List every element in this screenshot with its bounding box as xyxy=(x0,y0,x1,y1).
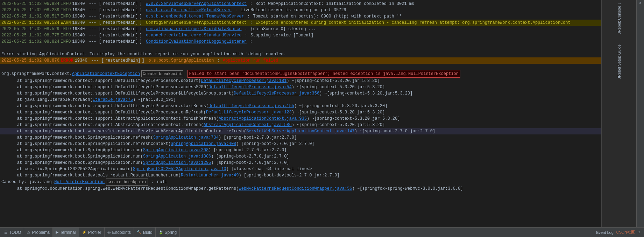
stack-link-12[interactable]: SpringApplication.java:1306 xyxy=(143,154,211,159)
class-6[interactable]: o.apache.catalina.core.StandardService xyxy=(146,32,242,39)
breakpoint-box-2[interactable]: Create breakpoint xyxy=(106,179,148,186)
error-class: o.s.boot.SpringApplication xyxy=(148,57,214,64)
jrebel-setup-label[interactable]: JRebel Setup Guide xyxy=(617,44,621,79)
bottom-right: Event Log CSDN社区 □ xyxy=(596,230,643,235)
stack-link-13[interactable]: SpringApplication.java:1295 xyxy=(143,160,211,165)
sep-4: --- [ xyxy=(86,20,101,26)
stack-link-0[interactable]: DefaultLifecycleProcessor.java:181 xyxy=(201,78,287,83)
log-line-2: 2022-05-25 11:02:08.289 INFO 19340 --- [… xyxy=(0,7,644,13)
stack-link-15[interactable]: RestartLauncher.java:49 xyxy=(181,173,239,178)
csdn-label[interactable]: CSDN社区 xyxy=(616,230,635,235)
stack-link-14[interactable]: SpringBoot20220522Application.java:10 xyxy=(133,167,226,172)
level-4: WARN xyxy=(61,20,71,26)
stack-14: at com.liu.SpringBoot20220522Application… xyxy=(0,166,644,172)
caused-prefix: Caused by: java.lang. xyxy=(1,179,54,185)
stack-link-7[interactable]: AbstractApplicationContext.java:586 xyxy=(204,123,292,127)
thread-2: restartedMain] xyxy=(103,7,138,13)
stack-link-10[interactable]: SpringApplication.java:408 xyxy=(171,141,236,146)
stack-suffix-3: ) ~[na:1.8.0_191] xyxy=(133,97,176,102)
tab-endpoints[interactable]: ◎ Endpoints xyxy=(105,228,134,237)
stack-1: at org.springframework.context.support.D… xyxy=(0,84,644,90)
tab-spring[interactable]: 🍃 Spring xyxy=(156,228,180,237)
level-3: INFO xyxy=(61,13,71,20)
stack-text-4: at org.springframework.context.support.D… xyxy=(17,104,208,109)
create-breakpoint-2[interactable]: Create breakpoint xyxy=(106,179,148,186)
class-2[interactable]: o.s.b.d.a.OptionalLiveReloadServer xyxy=(146,7,232,13)
sep-3: --- [ xyxy=(86,13,101,20)
stack-text-5: at org.springframework.context.support.D… xyxy=(17,110,206,115)
exception-line: org.springframework.context.ApplicationC… xyxy=(0,70,644,78)
stack-suffix-5: ) ~[spring-context-5.3.20.jar:5.3.20] xyxy=(292,110,385,115)
level-5: INFO xyxy=(61,26,71,32)
msg-4: Exception encountered during context ini… xyxy=(256,20,571,26)
pid-6: 19340 xyxy=(72,32,85,39)
build-icon: 🔨 xyxy=(137,230,142,235)
stack-link-8[interactable]: ServletWebServerApplicationContext.java:… xyxy=(246,129,355,134)
colon-2: : xyxy=(232,7,240,13)
exception-message: Failed to start bean 'documentationPlugi… xyxy=(187,70,461,78)
tab-build[interactable]: 🔨 Build xyxy=(134,228,156,237)
error-start-line: Error starting ApplicationContext. To di… xyxy=(0,51,644,57)
tab-terminal[interactable]: ▶ Terminal xyxy=(53,228,79,237)
cause-stack-link[interactable]: WebMvcPatternsRequestConditionWrapper.ja… xyxy=(239,186,352,191)
class-5[interactable]: com.alibaba.druid.pool.DruidDataSource xyxy=(146,26,242,32)
empty-line-1 xyxy=(0,45,644,51)
timestamp-3: 2022-05-25 11:02:08.517 xyxy=(1,13,59,20)
spring-icon: 🍃 xyxy=(158,230,163,235)
thread-3: restartedMain] xyxy=(103,13,138,20)
class-1[interactable]: w.s.c.ServletWebServerApplicationContext xyxy=(146,1,247,7)
colon-1: : xyxy=(247,1,255,7)
stack-link-6[interactable]: AbstractApplicationContext.java:935 xyxy=(219,116,307,121)
create-breakpoint-1[interactable]: Create breakpoint xyxy=(141,70,183,77)
exception-prefix: org.springframework.context. xyxy=(1,71,72,77)
caused-class[interactable]: NullPointerException xyxy=(54,179,105,185)
stack-4: at org.springframework.context.support.D… xyxy=(0,103,644,109)
profiler-icon: ⚡ xyxy=(82,230,87,235)
thread-6: restartedMain] xyxy=(103,32,138,39)
stack-13: at org.springframework.boot.SpringApplic… xyxy=(0,160,644,166)
stack-link-2[interactable]: DefaultLifecycleProcessor.java:356 xyxy=(234,91,319,96)
stack-suffix-12: ) [spring-boot-2.7.0.jar:2.7.0] xyxy=(211,154,289,159)
terminal-icon: ▶ xyxy=(56,230,58,235)
thread-7: restartedMain] xyxy=(103,39,138,45)
breakpoint-box-1[interactable]: Create breakpoint xyxy=(141,70,183,77)
timestamp-4: 2022-05-25 11:02:08.524 xyxy=(1,20,59,26)
class-7[interactable]: ConditionEvaluationReportLoggingListener xyxy=(146,39,247,45)
stack-link-4[interactable]: DefaultLifecycleProcessor.java:155 xyxy=(208,104,294,109)
tab-problems-label: Problems xyxy=(32,230,50,235)
caused-by-line: Caused by: java.lang.NullPointerExceptio… xyxy=(0,179,644,186)
sidebar-collapse-btn[interactable]: > xyxy=(639,1,641,5)
tab-profiler[interactable]: ⚡ Profiler xyxy=(79,228,105,237)
stack-link-11[interactable]: SpringApplication.java:308 xyxy=(143,148,208,153)
stack-link-3[interactable]: Iterable.java:75 xyxy=(93,97,133,102)
stack-12: at org.springframework.boot.SpringApplic… xyxy=(0,153,644,160)
level-6: INFO xyxy=(61,32,71,39)
stack-text-12: at org.springframework.boot.SpringApplic… xyxy=(17,154,143,159)
msg-5: {dataSource-0} closing ... xyxy=(250,26,316,32)
exception-class[interactable]: ApplicationContextException xyxy=(72,71,140,77)
error-start-text: Error starting ApplicationContext. To di… xyxy=(1,51,286,57)
pid-4: 19340 xyxy=(72,20,85,26)
log-line-3: 2022-05-25 11:02:08.517 INFO 19340 --- [… xyxy=(0,13,644,20)
stack-8: at org.springframework.boot.web.servlet.… xyxy=(0,128,644,134)
stack-suffix-15: ) [spring-boot-devtools-2.7.0.jar:2.7.0] xyxy=(239,173,340,178)
error-sep: --- [ xyxy=(89,57,104,64)
tab-todo[interactable]: ☰ TODO xyxy=(1,228,24,237)
tab-problems[interactable]: ⚠ Problems xyxy=(24,228,53,237)
colon-6: : xyxy=(242,32,250,39)
class-3[interactable]: o.s.b.w.embedded.tomcat.TomcatWebServer xyxy=(146,13,244,20)
error-sep-b: ] xyxy=(142,57,147,64)
stack-link-5[interactable]: DefaultLifecycleProcessor.java:123 xyxy=(206,110,292,115)
stack-link-1[interactable]: DefaultLifecycleProcessor.java:54 xyxy=(208,85,292,90)
todo-icon: ☰ xyxy=(4,230,8,235)
stack-link-9[interactable]: SpringApplication.java:734 xyxy=(153,135,219,140)
log-line-6: 2022-05-25 11:02:08.775 INFO 19340 --- [… xyxy=(0,32,644,39)
sep-2b: ] xyxy=(140,7,144,13)
jrebel-console-label[interactable]: JRebel: Console ↕ xyxy=(617,3,621,34)
exception-colon xyxy=(185,71,187,77)
stack-text-6: at org.springframework.context.support.A… xyxy=(17,116,219,121)
stack-9: at org.springframework.boot.SpringApplic… xyxy=(0,134,644,141)
event-log-btn[interactable]: Event Log xyxy=(596,230,614,235)
stack-11: at org.springframework.boot.SpringApplic… xyxy=(0,147,644,153)
msg-6: Stopping service [Tomcat] xyxy=(250,32,313,39)
